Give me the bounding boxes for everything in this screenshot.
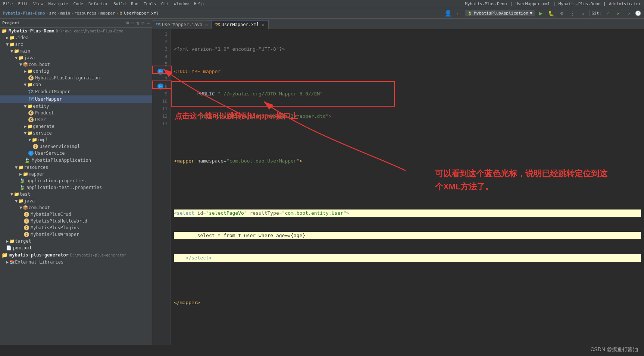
tree-mybatiscrud[interactable]: C MybatisPlusCrud bbox=[0, 211, 152, 218]
tree-productmapper[interactable]: 🗺 ProductMapper bbox=[0, 88, 152, 95]
root-path: D:\java code\Mybatis-Plus-Demo bbox=[56, 29, 124, 33]
tree-root[interactable]: 📁 Mybatis-Plus-Demo D:\java code\Mybatis… bbox=[0, 28, 152, 34]
gutter-icon-6[interactable]: 🐦 bbox=[157, 69, 163, 75]
tree-apptest1props[interactable]: 🍃 application-test1.properties bbox=[0, 184, 152, 191]
product-label: Product bbox=[35, 110, 54, 116]
tree-mybatisconfig[interactable]: C MybatisPlusConfiguration bbox=[0, 75, 152, 81]
spring-app-icon: 🍃 bbox=[24, 157, 30, 163]
profile-icon[interactable]: 👤 bbox=[444, 9, 452, 18]
tree-usermapper[interactable]: 🗺 UserMapper bbox=[0, 95, 152, 103]
bc-project[interactable]: Mybatis-Plus-Demo bbox=[3, 11, 45, 16]
menu-edit[interactable]: Edit bbox=[18, 1, 28, 6]
expand-extlibs: ▶ bbox=[6, 259, 9, 265]
interface-icon: I bbox=[28, 151, 34, 156]
tree-dao[interactable]: ▼ 📁 dao bbox=[0, 81, 152, 88]
tree-product[interactable]: C Product bbox=[0, 110, 152, 116]
tab-java-close[interactable]: ✕ bbox=[205, 23, 207, 27]
update-btn[interactable]: ↺ bbox=[579, 9, 587, 18]
tree-impl[interactable]: ▼ 📁 impl bbox=[0, 136, 152, 143]
tree-user[interactable]: C User bbox=[0, 116, 152, 123]
tree-target[interactable]: ▶ 📁 target bbox=[0, 238, 152, 245]
tree-config[interactable]: ▶ 📁 config bbox=[0, 68, 152, 75]
java-label: java bbox=[24, 55, 35, 60]
generator-icon: 📁 bbox=[1, 252, 8, 258]
bc-resources[interactable]: resources bbox=[74, 11, 97, 16]
tree-extlibs[interactable]: ▶ 📚 External Libraries bbox=[0, 259, 152, 265]
tree-generate[interactable]: ▶ 📁 generate bbox=[0, 123, 152, 130]
tree-mybatiswrapper[interactable]: C MybatisPlusWrapper bbox=[0, 231, 152, 238]
folder-main-icon: 📁 bbox=[14, 48, 19, 54]
bc-main[interactable]: main bbox=[60, 11, 71, 16]
tree-mybatisplugins[interactable]: C MybatisPlusPlugins bbox=[0, 224, 152, 231]
menu-git[interactable]: Git bbox=[161, 1, 169, 6]
tree-test-comboot[interactable]: ▼ 📦 com.boot bbox=[0, 204, 152, 211]
run-config-name: MybatisPlusApplication bbox=[474, 11, 528, 16]
tree-java[interactable]: ▼ 📁 java bbox=[0, 54, 152, 61]
menu-code[interactable]: Code bbox=[73, 1, 83, 6]
bc-mapper[interactable]: mapper bbox=[100, 11, 115, 16]
build-btn[interactable]: ⚙ bbox=[558, 9, 566, 18]
line-num-1: 1 bbox=[152, 31, 168, 38]
tree-com-boot[interactable]: ▼ 📦 com.boot bbox=[0, 61, 152, 68]
git-check[interactable]: ✓ bbox=[604, 9, 612, 18]
tree-userserviceimpl[interactable]: C UserServiceImpl bbox=[0, 143, 152, 150]
java-tab-icon: 🗺 bbox=[156, 22, 160, 27]
expand-icon[interactable]: ⇅ bbox=[137, 20, 140, 26]
git-tick[interactable]: ✔ bbox=[614, 9, 622, 18]
tree-src[interactable]: ▼ 📁 src bbox=[0, 41, 152, 48]
bc-filename[interactable]: UserMapper.xml bbox=[124, 11, 159, 16]
line-num-4: 4 bbox=[152, 53, 168, 60]
menu-tools[interactable]: Tools bbox=[144, 1, 156, 6]
code-line-4: "http://mybatis.org/dtd/mybatis-3-mapper… bbox=[174, 113, 641, 120]
tree-entity[interactable]: ▼ 📁 entity bbox=[0, 103, 152, 110]
run-config-selector[interactable]: 🍃 MybatisPlusApplication ▼ bbox=[465, 10, 534, 16]
tree-test[interactable]: ▼ 📁 test bbox=[0, 191, 152, 198]
menu-refactor[interactable]: Refactor bbox=[88, 1, 108, 6]
tree-mybatisapp[interactable]: 🍃 MybatisPlusApplication bbox=[0, 157, 152, 164]
tab-usermapper-java[interactable]: 🗺 UserMapper.java ✕ bbox=[152, 20, 212, 29]
code-line-7 bbox=[174, 180, 641, 187]
folder-mapper-icon: 📁 bbox=[23, 171, 28, 177]
code-editor[interactable]: 1 2 3 4 5 🐦 6 7 🐦 8 9 10 11 12 13 bbox=[152, 29, 644, 345]
hide-icon[interactable]: — bbox=[147, 20, 150, 26]
git-arrow[interactable]: ↗ bbox=[625, 9, 633, 18]
editor-area: 🗺 UserMapper.java ✕ 🗺 UserMapper.xml ✕ 1… bbox=[152, 19, 644, 345]
back-btn[interactable]: ← bbox=[454, 9, 463, 18]
tree-pom[interactable]: 📄 pom.xml bbox=[0, 245, 152, 251]
apptest1props-label: application-test1.properties bbox=[26, 185, 102, 190]
menu-file[interactable]: File bbox=[3, 1, 13, 6]
gear-icon[interactable]: ⚙ bbox=[141, 20, 144, 26]
line-num-10: 10 bbox=[152, 98, 168, 105]
debug-btn[interactable]: 🐛 bbox=[547, 9, 556, 18]
tree-mybatishello[interactable]: C MybatisPlusHelloWorld bbox=[0, 218, 152, 224]
tree-service[interactable]: ▼ 📁 service bbox=[0, 130, 152, 136]
line-num-11: 11 bbox=[152, 105, 168, 113]
menu-window[interactable]: Window bbox=[174, 1, 189, 6]
bc-file[interactable]: 🗎 bbox=[119, 11, 123, 16]
menu-navigate[interactable]: Navigate bbox=[49, 1, 68, 6]
tree-main[interactable]: ▼ 📁 main bbox=[0, 48, 152, 54]
run-btn[interactable]: ▶ bbox=[537, 9, 545, 18]
sync-icon[interactable]: ⊞ bbox=[126, 20, 129, 26]
gutter-icon-8[interactable]: 🐦 bbox=[157, 84, 163, 89]
menu-run[interactable]: Run bbox=[131, 1, 138, 6]
more-btn[interactable]: ⋮ bbox=[568, 9, 576, 18]
tree-generator[interactable]: 📁 mybatis-plus-generator D:\mybatis-plus… bbox=[0, 251, 152, 259]
tab-usermapper-xml[interactable]: 🗺 UserMapper.xml ✕ bbox=[212, 20, 268, 29]
expand-idea: ▶ bbox=[6, 35, 9, 40]
code-content[interactable]: <?xml version="1.0" encoding="UTF-8"?> <… bbox=[171, 29, 644, 345]
menu-build[interactable]: Build bbox=[113, 1, 126, 6]
tree-resources[interactable]: ▼ 📁 resources bbox=[0, 164, 152, 171]
menu-help[interactable]: Help bbox=[194, 1, 204, 6]
bc-src[interactable]: src bbox=[49, 11, 56, 16]
tab-xml-close[interactable]: ✕ bbox=[262, 23, 265, 27]
mapper-user-icon: 🗺 bbox=[28, 96, 34, 102]
tree-idea[interactable]: ▶ 📁 .idea bbox=[0, 34, 152, 41]
sort-icon[interactable]: ≡ bbox=[131, 20, 134, 26]
tree-userservice[interactable]: I UserService bbox=[0, 150, 152, 157]
menu-view[interactable]: View bbox=[33, 1, 43, 6]
mybatisplugins-label: MybatisPlusPlugins bbox=[31, 225, 79, 230]
tree-appprops[interactable]: 🍃 application.properties bbox=[0, 177, 152, 184]
tree-mapper-folder[interactable]: ▶ 📁 mapper bbox=[0, 171, 152, 177]
tree-test-java[interactable]: ▼ 📁 java bbox=[0, 198, 152, 204]
